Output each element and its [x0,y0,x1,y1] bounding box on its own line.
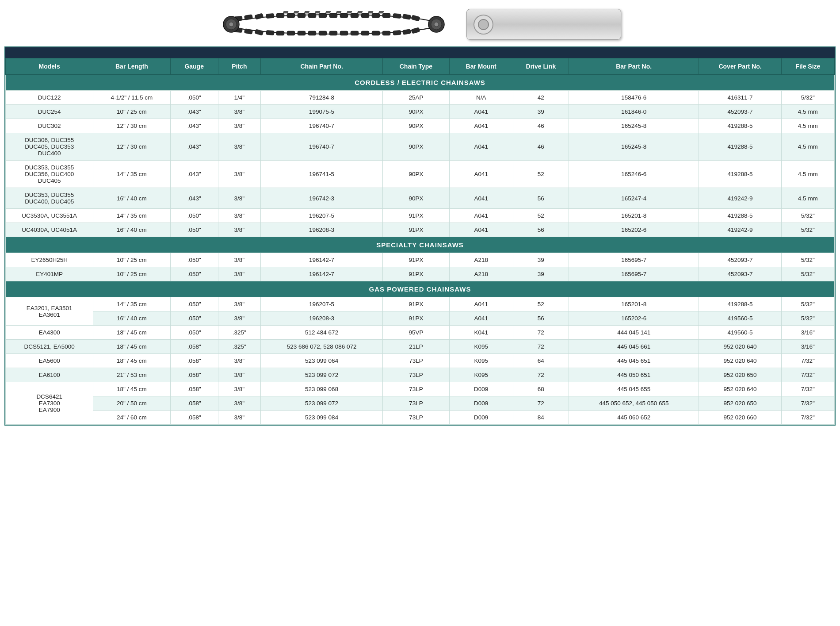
table-row: UC3530A, UC3551A14" / 35 cm.050"3/8"1962… [6,209,835,223]
table-cell: A041 [449,161,513,188]
table-cell: DUC302 [6,119,93,133]
table-cell: 3/8" [218,297,260,311]
svg-rect-13 [361,13,369,18]
table-cell: 90PX [383,188,449,209]
table-cell: 444 045 141 [569,326,699,340]
svg-rect-16 [393,13,401,19]
table-cell: 3/8" [218,105,260,119]
table-cell: 12" / 30 cm [93,119,170,133]
table-cell: 419288-5 [699,209,781,223]
table-cell: .050" [170,326,218,340]
table-cell: 1/4" [218,91,260,105]
table-cell: .043" [170,119,218,133]
table-cell: .050" [170,267,218,281]
svg-point-52 [434,22,439,27]
table-cell: D009 [449,396,513,411]
table-cell: 14" / 35 cm [93,297,170,311]
svg-rect-6 [287,13,295,18]
table-cell: 3/8" [218,368,260,382]
svg-rect-15 [382,13,390,18]
table-cell: 419288-5 [699,119,781,133]
table-cell: 90PX [383,105,449,119]
table-cell: .043" [170,188,218,209]
table-row: DCS6421 EA7300 EA790018" / 45 cm.058"3/8… [6,382,835,396]
table-cell: 5/32" [781,311,834,326]
table-cell: 512 484 672 [260,326,382,340]
svg-rect-42 [372,31,380,35]
table-cell: 196740-7 [260,133,382,161]
chain-image [219,11,449,38]
svg-marker-22 [315,11,321,13]
svg-rect-40 [351,31,359,35]
col-header-pitch: Pitch [218,58,260,75]
svg-marker-19 [283,11,289,13]
table-cell: 21" / 53 cm [93,368,170,382]
table-cell: A041 [449,297,513,311]
header-images [4,4,836,46]
table-cell: .050" [170,311,218,326]
table-cell: 72 [513,340,569,354]
svg-rect-34 [287,31,295,35]
table-cell: 73LP [383,382,449,396]
table-cell: 165202-6 [569,311,699,326]
table-row: 20" / 50 cm.058"3/8"523 099 07273LPD0097… [6,396,835,411]
table-cell: 7/32" [781,368,834,382]
table-cell: .050" [170,297,218,311]
table-cell: 42 [513,91,569,105]
table-cell: 523 099 068 [260,382,382,396]
table-row: DUC353, DUC355 DUC356, DUC400 DUC40514" … [6,161,835,188]
chart-title [5,47,835,58]
table-cell: 7/32" [781,354,834,368]
table-cell: 3/8" [218,119,260,133]
table-cell: DCS5121, EA5000 [6,340,93,354]
table-cell: 165202-6 [569,223,699,237]
svg-marker-21 [304,11,310,13]
table-cell: 52 [513,297,569,311]
table-cell: .050" [170,209,218,223]
table-cell: 419242-9 [699,223,781,237]
table-cell: 10" / 25 cm [93,267,170,281]
table-cell: .050" [170,91,218,105]
svg-marker-27 [368,11,374,13]
svg-rect-5 [276,13,284,18]
table-row: EA430018" / 45 cm.050".325"512 484 67295… [6,326,835,340]
table-row: DUC353, DUC355 DUC400, DUC40516" / 40 cm… [6,188,835,209]
svg-rect-11 [340,13,348,18]
table-cell: 24" / 60 cm [93,411,170,425]
table-cell: 56 [513,188,569,209]
table-row: DUC25410" / 25 cm.043"3/8"199075-590PXA0… [6,105,835,119]
table-cell: 165246-6 [569,161,699,188]
table-cell: 445 045 651 [569,354,699,368]
svg-marker-20 [294,11,299,13]
table-cell: 84 [513,411,569,425]
table-cell: 5/32" [781,209,834,223]
reference-table: Models Bar Length Gauge Pitch Chain Part… [5,58,835,425]
table-cell: 3/8" [218,396,260,411]
table-cell: 452093-7 [699,105,781,119]
table-cell: 91PX [383,253,449,267]
table-cell: 196208-3 [260,311,382,326]
table-cell: EA5600 [6,354,93,368]
table-cell: 5/32" [781,253,834,267]
table-cell: 445 045 655 [569,382,699,396]
table-cell: 5/32" [781,267,834,281]
table-row: DUC1224-1/2" / 11.5 cm.050"1/4"791284-82… [6,91,835,105]
table-cell: 21LP [383,340,449,354]
table-row: DUC30212" / 30 cm.043"3/8"196740-790PXA0… [6,119,835,133]
svg-marker-28 [378,11,384,13]
svg-rect-4 [266,13,275,19]
table-cell: .043" [170,161,218,188]
table-cell: 952 020 640 [699,340,781,354]
table-cell: 10" / 25 cm [93,105,170,119]
table-cell: 3/8" [218,267,260,281]
table-cell: 196741-5 [260,161,382,188]
svg-rect-44 [393,30,401,35]
table-row: DCS5121, EA500018" / 45 cm.058".325"523 … [6,340,835,354]
table-row: EY2650H25H10" / 25 cm.050"3/8"196142-791… [6,253,835,267]
table-cell: 3/8" [218,253,260,267]
table-cell: 14" / 35 cm [93,209,170,223]
table-row: 24" / 60 cm.058"3/8"523 099 08473LPD0098… [6,411,835,425]
svg-rect-46 [411,27,420,34]
table-cell: 4.5 mm [781,105,834,119]
table-cell: 3/8" [218,354,260,368]
